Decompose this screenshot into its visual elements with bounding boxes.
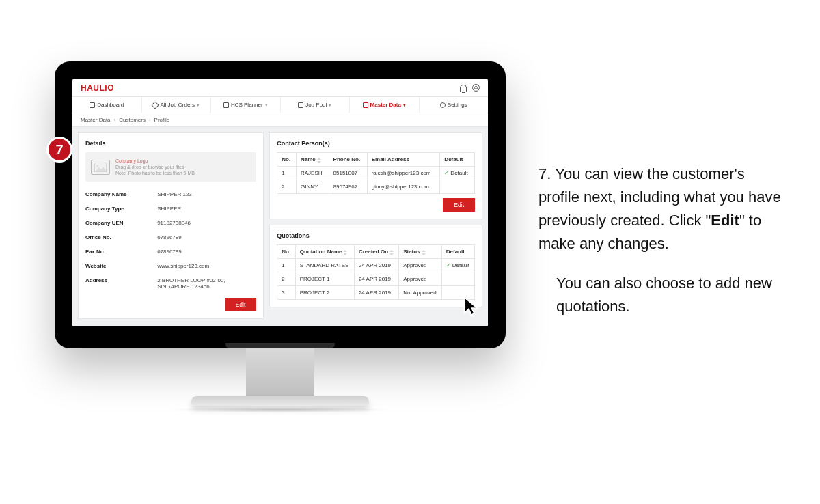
col-name[interactable]: Name bbox=[296, 153, 329, 167]
detail-row: Office No.67896789 bbox=[85, 230, 256, 244]
bell-icon[interactable] bbox=[460, 85, 467, 92]
logo-upload[interactable]: Company Logo Drag & drop or browse your … bbox=[85, 152, 256, 182]
quotations-card: Quotations No. Quotation Name Created On… bbox=[269, 225, 482, 307]
col-no[interactable]: No. bbox=[277, 245, 295, 259]
book-icon bbox=[363, 102, 368, 108]
settings-icon bbox=[440, 102, 446, 108]
cell-name: RAJESH bbox=[296, 167, 329, 180]
chevron-down-icon: ▾ bbox=[329, 102, 331, 108]
chevron-down-icon: ▾ bbox=[265, 102, 268, 108]
field-label: Website bbox=[85, 263, 157, 269]
col-default[interactable]: Default bbox=[440, 153, 475, 167]
table-row[interactable]: 2 PROJECT 1 24 APR 2019 Approved bbox=[277, 272, 475, 286]
nav-dashboard[interactable]: Dashboard bbox=[72, 97, 142, 113]
detail-row: Fax No.67896789 bbox=[85, 244, 256, 259]
breadcrumb-item[interactable]: Customers bbox=[119, 117, 146, 123]
nav-job-orders[interactable]: All Job Orders ▾ bbox=[142, 97, 212, 113]
cell-default bbox=[441, 272, 474, 286]
breadcrumb: Master Data › Customers › Profile bbox=[72, 113, 488, 127]
col-default[interactable]: Default bbox=[441, 245, 474, 259]
chevron-right-icon: › bbox=[149, 117, 151, 123]
cell-name: STANDARD RATES bbox=[295, 259, 354, 272]
table-row[interactable]: 1 STANDARD RATES 24 APR 2019 Approved ✓D… bbox=[277, 259, 475, 272]
nav-hcs-planner[interactable]: HCS Planner ▾ bbox=[211, 97, 281, 113]
upload-note: Note: Photo has to be less than 5 MB bbox=[115, 170, 195, 176]
field-value: 91182738846 bbox=[157, 220, 191, 226]
check-icon: ✓ bbox=[446, 262, 451, 268]
cell-no: 2 bbox=[277, 272, 295, 286]
field-value: www.shipper123.com bbox=[157, 263, 209, 269]
chevron-right-icon: › bbox=[114, 117, 116, 123]
table-row[interactable]: 3 PROJECT 2 24 APR 2019 Not Approved bbox=[277, 286, 475, 300]
instruction-bold: Edit bbox=[711, 212, 739, 229]
cell-no: 1 bbox=[277, 167, 297, 180]
breadcrumb-item: Profile bbox=[154, 117, 170, 123]
cell-email: rajesh@shipper123.com bbox=[367, 167, 440, 180]
breadcrumb-item[interactable]: Master Data bbox=[81, 117, 111, 123]
col-status[interactable]: Status bbox=[399, 245, 442, 259]
table-row[interactable]: 1 RAJESH 85151807 rajesh@shipper123.com … bbox=[277, 167, 475, 180]
cell-no: 1 bbox=[277, 259, 295, 272]
cell-no: 2 bbox=[277, 180, 297, 194]
cell-name: PROJECT 1 bbox=[295, 272, 354, 286]
detail-row: Company NameSHIPPER 123 bbox=[85, 187, 256, 201]
field-value: 67896789 bbox=[157, 249, 182, 255]
cell-phone: 85151807 bbox=[329, 167, 367, 180]
nav-master-data[interactable]: Master Data ▾ bbox=[350, 97, 420, 113]
detail-row: Company UEN91182738846 bbox=[85, 216, 256, 230]
nav-label: Master Data bbox=[370, 102, 401, 108]
field-value: SHIPPER 123 bbox=[157, 191, 192, 197]
field-value: 2 BROTHER LOOP #02-00, SINGAPORE 123456 bbox=[157, 277, 256, 290]
upload-hint: Drag & drop or browse your files bbox=[115, 164, 195, 170]
top-bar: HAULIO bbox=[72, 79, 488, 97]
sort-icon bbox=[422, 250, 426, 254]
col-quotation-name[interactable]: Quotation Name bbox=[295, 245, 354, 259]
details-card: Details Company Logo Drag & drop or brow… bbox=[78, 132, 264, 319]
nav-label: Dashboard bbox=[97, 102, 124, 108]
col-phone[interactable]: Phone No. bbox=[329, 153, 367, 167]
nav-label: All Job Orders bbox=[160, 102, 195, 108]
detail-row: Websitewww.shipper123.com bbox=[85, 259, 256, 273]
col-created[interactable]: Created On bbox=[354, 245, 398, 259]
sort-icon bbox=[343, 250, 347, 254]
card-title: Details bbox=[85, 140, 256, 147]
svg-point-1 bbox=[97, 165, 99, 167]
cell-default bbox=[440, 180, 475, 194]
contacts-card: Contact Person(s) No. Name Phone No. Ema… bbox=[269, 132, 482, 219]
step-number: 7 bbox=[55, 142, 63, 158]
field-value: 67896789 bbox=[157, 234, 182, 240]
sort-icon bbox=[390, 250, 394, 254]
quotations-table: No. Quotation Name Created On Status Def… bbox=[277, 244, 475, 300]
col-no[interactable]: No. bbox=[277, 153, 297, 167]
instruction-text: 7.You can view the customer's profile ne… bbox=[538, 163, 784, 335]
home-icon bbox=[90, 102, 95, 108]
gear-icon[interactable] bbox=[472, 84, 480, 92]
nav-job-pool[interactable]: Job Pool ▾ bbox=[281, 97, 351, 113]
contacts-table: No. Name Phone No. Email Address Default… bbox=[277, 152, 475, 194]
check-icon: ✓ bbox=[444, 170, 449, 176]
detail-row: Address2 BROTHER LOOP #02-00, SINGAPORE … bbox=[85, 273, 256, 294]
field-label: Fax No. bbox=[85, 249, 157, 255]
col-email[interactable]: Email Address bbox=[367, 153, 440, 167]
cursor-icon bbox=[463, 296, 482, 320]
nav-label: HCS Planner bbox=[231, 102, 263, 108]
brand-logo: HAULIO bbox=[81, 83, 114, 93]
cell-created: 24 APR 2019 bbox=[354, 272, 398, 286]
field-label: Company UEN bbox=[85, 220, 157, 226]
pencil-icon bbox=[152, 101, 159, 109]
cell-default: ✓Default bbox=[440, 167, 475, 180]
edit-details-button[interactable]: Edit bbox=[225, 298, 257, 311]
cell-status: Approved bbox=[399, 259, 442, 272]
nav-settings[interactable]: Settings bbox=[420, 97, 489, 113]
cell-name: GINNY bbox=[296, 180, 329, 194]
chevron-down-icon: ▾ bbox=[197, 102, 200, 108]
table-row[interactable]: 2 GINNY 89674967 ginny@shipper123.com bbox=[277, 180, 475, 194]
main-nav: Dashboard All Job Orders ▾ HCS Planner ▾ bbox=[72, 97, 488, 113]
tablet-icon bbox=[223, 102, 229, 108]
nav-label: Job Pool bbox=[305, 102, 327, 108]
cell-created: 24 APR 2019 bbox=[354, 286, 398, 300]
image-placeholder-icon bbox=[91, 160, 110, 175]
field-value: SHIPPER bbox=[157, 206, 181, 212]
edit-contacts-button[interactable]: Edit bbox=[443, 198, 475, 212]
cell-status: Approved bbox=[399, 272, 442, 286]
